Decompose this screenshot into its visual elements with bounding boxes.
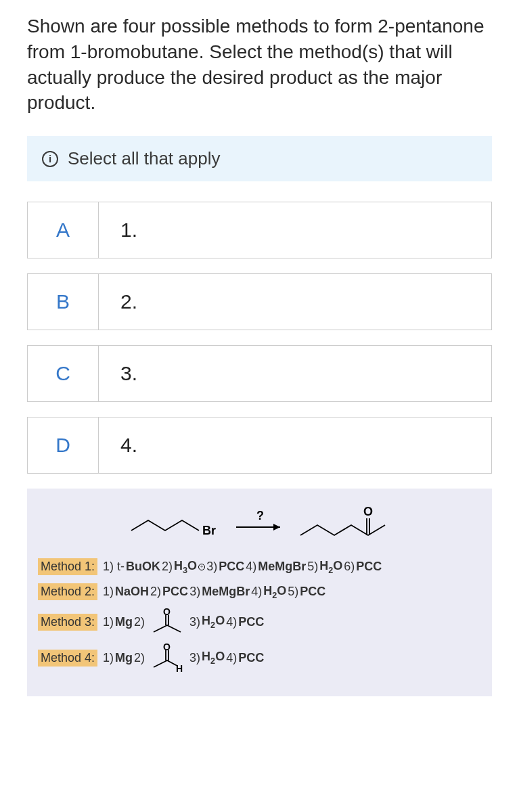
option-content[interactable]: 1. <box>99 202 491 258</box>
svg-text:H: H <box>176 663 183 672</box>
option-letter[interactable]: A <box>28 202 99 258</box>
svg-text:O: O <box>163 608 171 617</box>
method-steps: 1) Mg 2) <box>103 651 145 665</box>
question-text: Shown are four possible methods to form … <box>27 14 492 116</box>
svg-text:O: O <box>163 644 171 652</box>
method-1-row: Method 1: 1) t-BuOK 2) H3O+ 3) PCC 4) Me… <box>38 558 481 575</box>
method-4-row: Method 4: 1) Mg 2) O H 3) H2O 4) PCC <box>38 644 481 672</box>
svg-marker-3 <box>273 524 280 531</box>
bromobutane-structure: Br <box>125 510 226 537</box>
option-content[interactable]: 2. <box>99 274 491 330</box>
method-steps: 1) Mg 2) <box>103 615 145 629</box>
method-label: Method 2: <box>38 583 97 600</box>
method-label: Method 3: <box>38 614 97 631</box>
option-letter[interactable]: B <box>28 274 99 330</box>
info-icon: i <box>42 151 58 167</box>
option-d[interactable]: D 4. <box>27 417 492 474</box>
acetaldehyde-structure: O H <box>150 644 184 672</box>
reaction-scheme: Br ? O <box>38 505 481 542</box>
pentanone-structure: O <box>294 505 395 542</box>
method-label: Method 1: <box>38 558 97 575</box>
option-letter[interactable]: C <box>28 346 99 401</box>
method-steps-after: 3) H2O 4) PCC <box>189 650 264 666</box>
option-letter[interactable]: D <box>28 418 99 473</box>
option-content[interactable]: 4. <box>99 418 491 473</box>
method-3-row: Method 3: 1) Mg 2) O 3) H2O 4) PCC <box>38 608 481 635</box>
reaction-arrow: ? <box>233 510 287 537</box>
svg-text:Br: Br <box>202 524 216 537</box>
option-a[interactable]: A 1. <box>27 202 492 258</box>
instruction-text: Select all that apply <box>68 148 220 169</box>
method-steps: 1) t-BuOK 2) H3O+ 3) PCC 4) MeMgBr 5) H2… <box>103 559 382 575</box>
method-2-row: Method 2: 1) NaOH 2) PCC 3) MeMgBr 4) H2… <box>38 583 481 600</box>
methods-panel: Br ? O Method 1: 1) t-BuOK 2) H3O+ 3) PC… <box>27 489 492 696</box>
acetone-structure: O <box>150 608 184 635</box>
method-steps-after: 3) H2O 4) PCC <box>189 614 264 630</box>
method-steps: 1) NaOH 2) PCC 3) MeMgBr 4) H2O 5) PCC <box>103 584 325 600</box>
svg-text:?: ? <box>256 510 264 522</box>
option-content[interactable]: 3. <box>99 346 491 401</box>
svg-text:O: O <box>363 505 373 518</box>
option-b[interactable]: B 2. <box>27 273 492 330</box>
method-label: Method 4: <box>38 650 97 667</box>
option-c[interactable]: C 3. <box>27 345 492 402</box>
instruction-bar: i Select all that apply <box>27 136 492 181</box>
